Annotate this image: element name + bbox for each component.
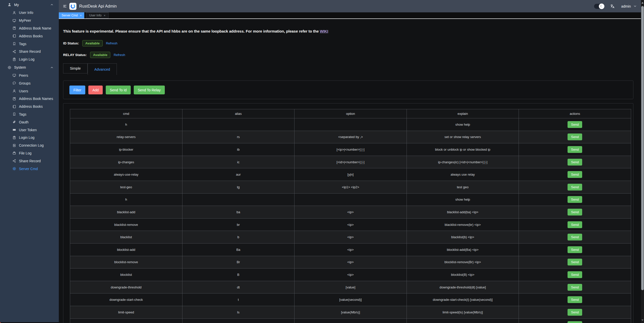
sidebar-item-share-record[interactable]: Share Record [0, 157, 59, 165]
sidebar-item-server-cmd[interactable]: Server Cmd [0, 165, 59, 173]
theme-toggle[interactable]: ☾ [594, 4, 604, 9]
send-button[interactable]: Send [568, 184, 582, 191]
sidebar-item-users[interactable]: Users [0, 87, 59, 95]
status-badge: Available [82, 40, 103, 46]
sidebar-item-user-token[interactable]: User Token [0, 126, 59, 134]
send-button[interactable]: Send [568, 246, 582, 253]
theme-toggle-knob: ☾ [599, 4, 604, 9]
send-to-relay-button[interactable]: Send To Relay [134, 86, 165, 94]
scrollbar-down-arrow[interactable] [641, 319, 643, 321]
tab-advanced[interactable]: Advanced [88, 63, 117, 75]
send-button[interactable]: Send [568, 309, 582, 316]
send-button[interactable]: Send [568, 159, 582, 166]
sidebar-section-my[interactable]: My [0, 1, 59, 9]
clipboard-icon [12, 136, 16, 140]
cell-explain: block or unblock ip or show blocked ip [407, 143, 519, 156]
add-button[interactable]: Add [88, 86, 103, 94]
cell-actions: Send [519, 306, 631, 318]
send-button[interactable]: Send [568, 284, 582, 291]
refresh-link[interactable]: Refresh [106, 41, 118, 45]
send-to-id-button[interactable]: Send To Id [106, 86, 131, 94]
column-header-actions: actions [519, 109, 631, 118]
close-icon[interactable]: × [80, 14, 82, 17]
sidebar: MyUser InfoMyPeerAddress Book NameAddres… [0, 0, 59, 322]
cell-option: <ip> [294, 231, 407, 244]
send-button[interactable]: Send [568, 271, 582, 278]
send-button[interactable]: Send [568, 133, 582, 140]
sidebar-item-tags[interactable]: Tags [0, 111, 59, 118]
sidebar-item-login-log[interactable]: Login Log [0, 134, 59, 142]
cell-actions: Send [519, 293, 631, 306]
cell-explain: downgrade-threshold(dt) [value] [407, 281, 519, 293]
cell-cmd: h [70, 193, 182, 206]
window-tab-server-cmd[interactable]: Server Cmd× [59, 12, 84, 18]
refresh-link[interactable]: Refresh [114, 53, 125, 57]
chat-icon [12, 81, 16, 85]
scrollbar-up-arrow[interactable] [641, 2, 643, 4]
cell-cmd: blocklist-add [70, 243, 182, 256]
cell-cmd: blocklist-remove [70, 256, 182, 268]
cell-explain: show help [407, 118, 519, 131]
cell-explain: show help [407, 193, 519, 206]
sidebar-item-groups[interactable]: Groups [0, 79, 59, 87]
sidebar-item-address-books[interactable]: Address Books [0, 103, 59, 111]
cell-option: <ip1> <ip2> [294, 181, 407, 193]
cell-option: <ip> [294, 206, 407, 219]
sidebar-item-oauth[interactable]: Oauth [0, 118, 59, 126]
send-button[interactable]: Send [568, 121, 582, 128]
send-button[interactable]: Send [568, 221, 582, 228]
sidebar-item-address-books[interactable]: Address Books [0, 32, 59, 40]
app-title: RustDesk Api Admin [79, 4, 117, 9]
sidebar-item-address-book-names[interactable]: Address Book Names [0, 95, 59, 103]
sidebar-item-address-book-name[interactable]: Address Book Name [0, 24, 59, 32]
send-button[interactable]: Send [568, 296, 582, 303]
cell-actions: Send [519, 243, 631, 256]
cell-option: [value(Mb/s)] [294, 318, 407, 323]
sidebar-item-file-log[interactable]: File Log [0, 149, 59, 157]
filter-button[interactable]: Filter [69, 86, 85, 94]
send-button[interactable]: Send [568, 209, 582, 216]
sidebar-item-label: User Token [19, 128, 37, 132]
cell-option: [value(Mb/s)] [294, 306, 407, 318]
status-label: ID Status: [63, 41, 79, 45]
clipboard-icon [12, 57, 16, 61]
cell-cmd: ip-changes [70, 156, 182, 168]
close-icon[interactable]: × [104, 14, 105, 17]
sidebar-item-connection-log[interactable]: Connection Log [0, 142, 59, 149]
sidebar-item-tags[interactable]: Tags [0, 40, 59, 48]
cell-cmd: relay-servers [70, 131, 182, 143]
user-icon [12, 89, 16, 93]
user-menu[interactable]: admin [621, 4, 637, 8]
translate-icon[interactable] [610, 4, 615, 9]
send-button[interactable]: Send [568, 171, 582, 178]
cell-explain: blocklist-add(Ba) <ip> [407, 243, 519, 256]
page-scrollbar[interactable] [641, 0, 644, 323]
sidebar-item-login-log[interactable]: Login Log [0, 56, 59, 63]
sidebar-collapse-icon[interactable] [63, 4, 67, 8]
scrollbar-thumb[interactable] [641, 6, 644, 290]
cell-alias: ba [182, 206, 294, 219]
sidebar-item-share-record[interactable]: Share Record [0, 48, 59, 56]
window-tab-user-info[interactable]: User Info× [86, 12, 108, 18]
experimental-notice: This feature is experimental. Please ens… [63, 29, 328, 33]
tab-simple[interactable]: Simple [63, 63, 88, 73]
mode-tabs: SimpleAdvanced [63, 63, 117, 75]
share-icon [12, 49, 16, 53]
chevron-down-icon [633, 4, 637, 8]
sidebar-item-peers[interactable]: Peers [0, 72, 59, 79]
table-row: blacklist-addba<ip>blacklist-add(ba) <ip… [70, 206, 631, 219]
user-filled-icon [7, 3, 11, 7]
sidebar-item-label: Connection Log [19, 143, 44, 147]
cell-actions: Send [519, 281, 631, 293]
send-button[interactable]: Send [568, 259, 582, 265]
send-button[interactable]: Send [568, 196, 582, 203]
sidebar-item-user-info[interactable]: User Info [0, 9, 59, 17]
cell-explain: set or show relay servers [407, 131, 519, 143]
sidebar-item-mypeer[interactable]: MyPeer [0, 17, 59, 24]
sidebar-section-system[interactable]: System [0, 63, 59, 72]
send-button[interactable]: Send [568, 146, 582, 153]
send-button[interactable]: Send [568, 234, 582, 240]
wiki-link[interactable]: WIKI [320, 29, 328, 33]
send-button[interactable]: Send [568, 321, 582, 323]
cell-alias: tb [182, 318, 294, 323]
